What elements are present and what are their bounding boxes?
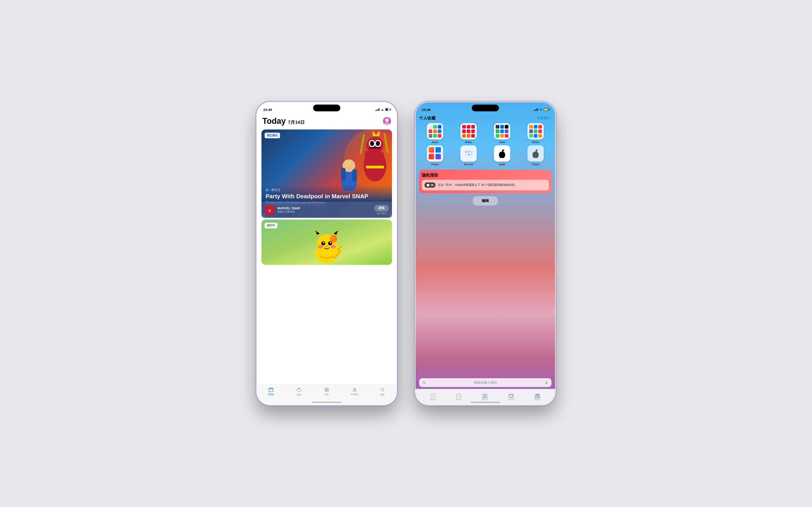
forward-button[interactable] bbox=[457, 394, 461, 400]
tab-today[interactable]: Today bbox=[257, 387, 285, 396]
share-button[interactable] bbox=[483, 394, 487, 400]
hero-illustration bbox=[335, 129, 392, 190]
account-svg: 简 中 文 A B C bbox=[464, 149, 473, 158]
mini-icon bbox=[438, 125, 441, 128]
hero-badge: 现已推出 bbox=[265, 133, 280, 138]
marvel-snap-info: MARVEL SNAP 超能力卡牌对战 bbox=[277, 207, 371, 214]
appstore-screen: 23:49 ▲ Today 7月14日 bbox=[257, 102, 397, 405]
folder-icloud[interactable]: iCloud bbox=[520, 145, 551, 166]
mini-icon bbox=[505, 125, 508, 128]
svg-point-33 bbox=[330, 242, 331, 243]
mini-icon bbox=[436, 147, 441, 153]
mini-icon bbox=[529, 134, 533, 137]
hero-card[interactable]: 现已推出 新一季开启 Party With Deadpool in Marvel… bbox=[261, 129, 392, 218]
folder-geek[interactable]: Geek bbox=[486, 123, 518, 144]
folder-account[interactable]: 简 中 文 A B C Account bbox=[453, 145, 485, 166]
marvel-snap-icon: S bbox=[265, 205, 274, 215]
tab-app[interactable]: App bbox=[313, 387, 341, 396]
svg-rect-41 bbox=[269, 388, 273, 392]
mini-icon bbox=[436, 154, 441, 159]
hero-subtitle: 新一季开启 bbox=[265, 188, 388, 192]
icloud-apple-logo bbox=[531, 149, 540, 159]
mini-icon bbox=[500, 125, 504, 128]
apple-folder-icon bbox=[427, 123, 443, 139]
mini-icon bbox=[529, 129, 533, 133]
mini-icon bbox=[529, 125, 533, 128]
wifi-icon-right bbox=[539, 108, 542, 111]
folder-photos[interactable]: Photos bbox=[419, 145, 451, 166]
mic-icon bbox=[545, 381, 548, 385]
folder-geek-label: Geek bbox=[499, 141, 505, 144]
folder-apple[interactable]: Apple bbox=[419, 123, 451, 144]
back-button[interactable] bbox=[431, 394, 435, 400]
icloud-icon bbox=[527, 145, 544, 162]
privacy-card[interactable]: 26 过去 7天中，Safari浏览器阻止了 26 个跟踪器剖析你的信息。 bbox=[422, 180, 549, 190]
folder-apple-label: Apple bbox=[432, 141, 438, 144]
title-row: Today 7月14日 bbox=[262, 116, 305, 126]
svg-rect-48 bbox=[327, 388, 328, 390]
tab-games[interactable]: 游戏 bbox=[285, 387, 313, 396]
tabs-button[interactable]: 2 bbox=[535, 394, 540, 400]
mini-icon bbox=[429, 134, 432, 137]
svg-point-34 bbox=[318, 245, 323, 248]
svg-rect-43 bbox=[270, 388, 270, 389]
mini-icon bbox=[500, 129, 504, 133]
favorites-section: 个人收藏 全部显示 › bbox=[415, 114, 555, 168]
second-card[interactable]: 进行中 bbox=[261, 220, 392, 265]
home-indicator-right bbox=[470, 402, 500, 403]
folder-weibo[interactable]: Weibo bbox=[453, 123, 485, 144]
battery-fill bbox=[386, 109, 388, 110]
signal-icon bbox=[375, 108, 379, 111]
signal-icon-right bbox=[534, 108, 538, 111]
mini-icon bbox=[438, 134, 441, 137]
mini-icon bbox=[500, 134, 504, 137]
search-area: 搜索或输入网站 bbox=[415, 207, 555, 389]
tab-arcade[interactable]: Arcade bbox=[341, 387, 369, 396]
folder-apple2[interactable]: Apple bbox=[486, 145, 518, 166]
others-folder-icon bbox=[527, 123, 544, 139]
tab-games-label: 游戏 bbox=[297, 393, 301, 396]
account-icon: 简 中 文 A B C bbox=[460, 145, 477, 162]
search-icon-safari bbox=[422, 381, 426, 385]
folder-others[interactable]: Others bbox=[520, 123, 551, 144]
show-all-button[interactable]: 全部显示 › bbox=[537, 116, 551, 120]
tab-search[interactable]: 搜索 bbox=[369, 387, 397, 396]
weibo-folder-icon bbox=[460, 123, 477, 139]
battery-icon-left bbox=[385, 108, 390, 111]
svg-rect-44 bbox=[272, 388, 272, 389]
apple-logo bbox=[498, 149, 506, 159]
svg-point-40 bbox=[332, 237, 334, 239]
svg-text:2: 2 bbox=[537, 396, 538, 397]
today-icon bbox=[268, 387, 273, 392]
folder-account-label: Account bbox=[464, 163, 473, 166]
tab-search-label: 搜索 bbox=[380, 393, 385, 396]
mini-icon bbox=[462, 125, 466, 128]
svg-rect-47 bbox=[325, 388, 326, 390]
hero-title: Party With Deadpool in Marvel SNAP bbox=[265, 193, 388, 200]
get-button-wrapper: 获取 App 内购买 bbox=[374, 205, 389, 215]
svg-line-66 bbox=[425, 383, 426, 384]
edit-button[interactable]: 编辑 bbox=[473, 196, 498, 206]
privacy-text: 过去 7天中，Safari浏览器阻止了 26 个跟踪器剖析你的信息。 bbox=[438, 183, 518, 187]
mini-icon bbox=[534, 134, 538, 137]
cards-area[interactable]: 现已推出 新一季开启 Party With Deadpool in Marvel… bbox=[257, 128, 397, 384]
battery-fill-right bbox=[544, 109, 547, 110]
svg-line-57 bbox=[383, 390, 384, 392]
arcade-icon bbox=[352, 387, 357, 392]
mini-icon bbox=[433, 125, 437, 128]
svg-point-0 bbox=[385, 118, 389, 122]
app-tagline: 超能力卡牌对战 bbox=[277, 210, 371, 214]
user-avatar[interactable] bbox=[383, 117, 391, 125]
favorites-title: 个人收藏 bbox=[419, 115, 436, 121]
shield-icon bbox=[426, 183, 429, 187]
favorites-row2: Photos 简 中 文 A B C bbox=[419, 145, 551, 166]
search-bar[interactable]: 搜索或输入网站 bbox=[419, 378, 551, 387]
privacy-badge: 26 bbox=[424, 182, 436, 188]
bookmarks-button[interactable] bbox=[509, 394, 514, 400]
mini-icon bbox=[538, 129, 542, 133]
get-button[interactable]: 获取 bbox=[374, 205, 389, 212]
svg-point-13 bbox=[370, 141, 374, 146]
favorites-header: 个人收藏 全部显示 › bbox=[419, 115, 551, 121]
dynamic-island-left bbox=[313, 105, 340, 111]
mini-icon bbox=[538, 134, 542, 137]
